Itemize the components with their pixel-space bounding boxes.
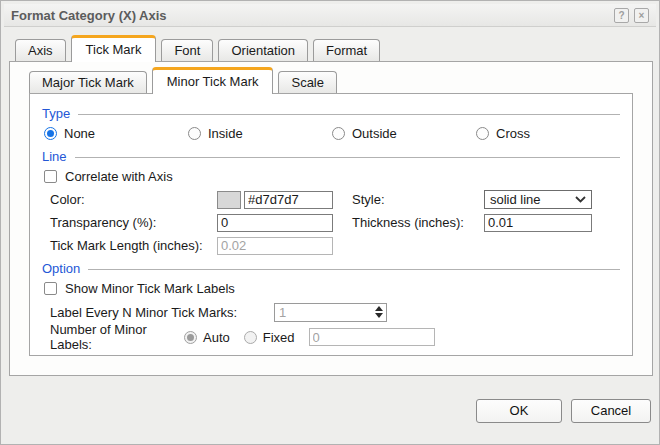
format-axis-dialog: Format Category (X) Axis ? × Axis Tick M…	[0, 0, 660, 445]
section-rule	[78, 114, 620, 121]
radio-label: None	[64, 126, 95, 141]
stepper-value: 1	[279, 305, 286, 320]
sub-tab-strip: Major Tick Mark Minor Tick Mark Scale	[29, 68, 342, 94]
radio-option-inside[interactable]: Inside	[188, 126, 332, 141]
main-tab-strip: Axis Tick Mark Font Orientation Format	[15, 36, 385, 62]
label-every-n-label: Label Every N Minor Tick Marks:	[50, 305, 274, 320]
show-minor-labels-label: Show Minor Tick Mark Labels	[65, 281, 235, 296]
spinner-down-icon[interactable]	[375, 313, 383, 318]
label-every-n-stepper[interactable]: 1	[274, 303, 387, 322]
style-dropdown[interactable]: solid line	[484, 190, 592, 209]
show-minor-labels-row[interactable]: Show Minor Tick Mark Labels	[44, 281, 620, 296]
title-bar: Format Category (X) Axis ? ×	[4, 4, 656, 27]
transparency-label: Transparency (%):	[50, 215, 217, 230]
type-radio-group: None Inside Outside Cross	[44, 126, 620, 141]
close-icon[interactable]: ×	[634, 8, 649, 23]
tab-font[interactable]: Font	[161, 39, 213, 61]
section-rule	[75, 157, 620, 164]
transparency-thickness-row: Transparency (%): Thickness (inches):	[50, 213, 620, 232]
radio-icon[interactable]	[476, 127, 489, 140]
tab-tick-mark[interactable]: Tick Mark	[71, 35, 157, 62]
line-section-header: Line	[42, 149, 620, 164]
chevron-down-icon	[575, 196, 586, 203]
cancel-button[interactable]: Cancel	[571, 399, 651, 423]
number-of-minor-labels-label: Number of Minor Labels:	[50, 322, 184, 352]
tick-mark-length-row: Tick Mark Length (inches):	[50, 236, 620, 255]
option-section-label: Option	[42, 261, 80, 276]
type-section-label: Type	[42, 106, 70, 121]
style-dropdown-value: solid line	[490, 192, 541, 207]
radio-option-none[interactable]: None	[44, 126, 188, 141]
correlate-with-axis-row[interactable]: Correlate with Axis	[44, 169, 620, 184]
minor-tick-mark-panel: Type None Inside Outside Cross Line	[29, 93, 633, 356]
color-label: Color:	[50, 192, 217, 207]
tab-scale[interactable]: Scale	[278, 71, 337, 93]
spinner-up-icon[interactable]	[375, 306, 383, 311]
radio-label: Fixed	[263, 330, 295, 345]
label-every-n-row: Label Every N Minor Tick Marks: 1	[50, 302, 620, 322]
tab-orientation[interactable]: Orientation	[218, 39, 308, 61]
tick-length-label: Tick Mark Length (inches):	[50, 238, 217, 253]
type-section-header: Type	[42, 106, 620, 121]
radio-label: Outside	[352, 126, 397, 141]
tab-format[interactable]: Format	[313, 39, 380, 61]
show-minor-labels-checkbox[interactable]	[44, 282, 57, 295]
tab-major-tick-mark[interactable]: Major Tick Mark	[29, 71, 147, 93]
number-of-minor-labels-row: Number of Minor Labels: Auto Fixed	[50, 327, 620, 347]
ok-button[interactable]: OK	[476, 399, 562, 423]
color-style-row: Color: Style: solid line	[50, 190, 620, 209]
radio-label: Inside	[208, 126, 243, 141]
radio-icon[interactable]	[332, 127, 345, 140]
radio-option-fixed[interactable]: Fixed	[244, 330, 295, 345]
radio-option-auto[interactable]: Auto	[184, 330, 230, 345]
correlate-label: Correlate with Axis	[65, 169, 173, 184]
transparency-input[interactable]	[217, 214, 333, 232]
radio-icon[interactable]	[184, 331, 197, 344]
radio-icon[interactable]	[44, 127, 57, 140]
dialog-title: Format Category (X) Axis	[11, 8, 609, 23]
radio-option-outside[interactable]: Outside	[332, 126, 476, 141]
fixed-count-input[interactable]	[309, 328, 435, 346]
tab-minor-tick-mark[interactable]: Minor Tick Mark	[152, 67, 274, 94]
style-label: Style:	[352, 192, 484, 207]
radio-label: Auto	[203, 330, 230, 345]
tab-axis[interactable]: Axis	[15, 39, 66, 61]
correlate-checkbox[interactable]	[44, 170, 57, 183]
thickness-label: Thickness (inches):	[352, 215, 484, 230]
color-input[interactable]	[244, 191, 333, 209]
radio-icon[interactable]	[188, 127, 201, 140]
thickness-input[interactable]	[484, 214, 592, 232]
color-swatch[interactable]	[217, 191, 241, 209]
help-icon[interactable]: ?	[614, 8, 629, 23]
section-rule	[88, 269, 620, 276]
option-section-header: Option	[42, 261, 620, 276]
line-section-label: Line	[42, 149, 67, 164]
stepper-arrows[interactable]	[375, 306, 383, 318]
radio-option-cross[interactable]: Cross	[476, 126, 620, 141]
radio-icon[interactable]	[244, 331, 257, 344]
radio-label: Cross	[496, 126, 530, 141]
tick-length-input[interactable]	[217, 237, 333, 255]
